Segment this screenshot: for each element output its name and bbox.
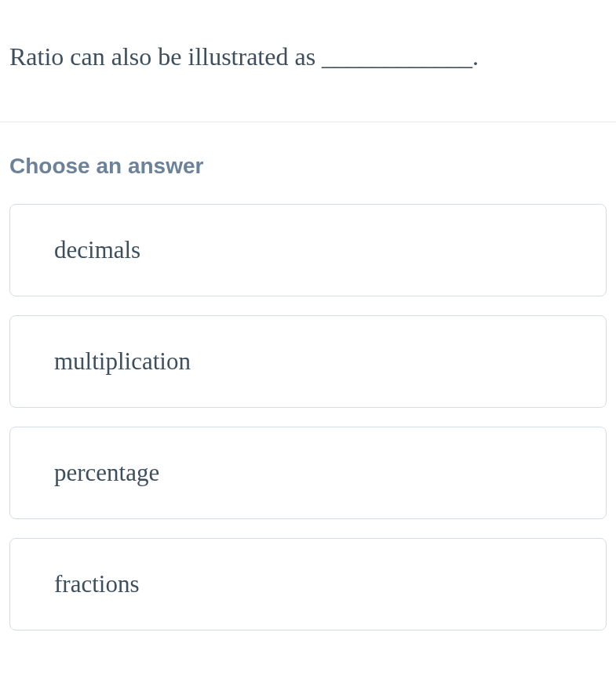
option-label: decimals (54, 236, 140, 263)
answer-option-0[interactable]: decimals (9, 204, 607, 296)
question-text: Ratio can also be illustrated as _______… (9, 39, 607, 75)
choose-answer-label: Choose an answer (9, 154, 607, 179)
option-label: multiplication (54, 347, 191, 375)
option-label: fractions (54, 570, 139, 598)
answer-option-1[interactable]: multiplication (9, 315, 607, 408)
answer-option-2[interactable]: percentage (9, 427, 607, 519)
answer-section: Choose an answer decimals multiplication… (0, 122, 616, 631)
option-label: percentage (54, 459, 159, 486)
question-section: Ratio can also be illustrated as _______… (0, 0, 616, 122)
answer-option-3[interactable]: fractions (9, 538, 607, 631)
